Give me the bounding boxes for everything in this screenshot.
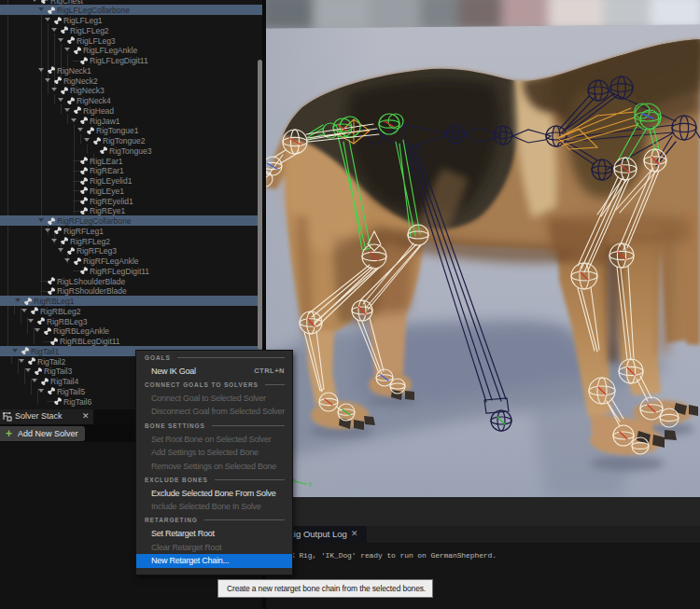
svg-text:Y: Y	[308, 481, 313, 488]
